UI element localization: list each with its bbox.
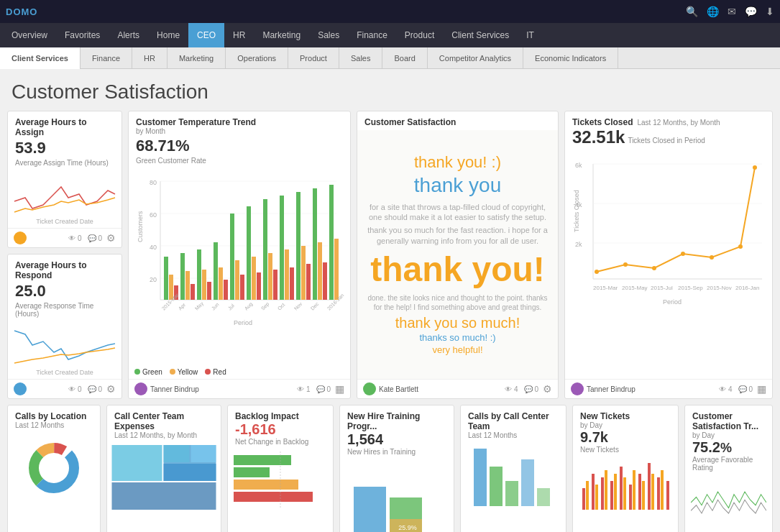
wc-word-sm-orange: very helpful!	[364, 344, 551, 357]
value-label: Green Customer Rate	[136, 157, 343, 165]
wc-word-sm-blue: thanks so much! :)	[364, 332, 551, 344]
nav-marketing[interactable]: Marketing	[254, 23, 309, 47]
nav-ceo[interactable]: CEO	[188, 23, 224, 47]
nav-alerts[interactable]: Alerts	[109, 23, 148, 47]
eye-icon: 👁 4	[505, 385, 518, 393]
svg-rect-109	[614, 474, 617, 510]
svg-rect-33	[285, 249, 289, 300]
svg-rect-37	[306, 264, 311, 300]
download-icon[interactable]: ⬇	[766, 6, 774, 17]
svg-rect-23	[230, 214, 234, 300]
avatar	[363, 382, 376, 395]
card-csat-trend: Customer Satisfaction Tr... by Day 75.2 …	[684, 405, 773, 532]
value-suffix: %	[175, 137, 190, 155]
nav-hr[interactable]: HR	[224, 23, 254, 47]
search-icon[interactable]: 🔍	[686, 6, 698, 17]
comment-icon: 💬 0	[738, 385, 753, 393]
card-header: Tickets Closed Last 12 Months, by Month …	[565, 111, 772, 150]
legend: Green Yellow Red	[129, 365, 350, 379]
gear-icon[interactable]: ⚙	[106, 232, 116, 244]
chat-icon[interactable]: 💬	[745, 6, 757, 17]
eye-icon: 👁 1	[297, 385, 310, 393]
subnav-economic[interactable]: Economic Indicators	[523, 47, 618, 69]
card-header: Average Hours to Respond 25.0 Average Re…	[8, 254, 121, 321]
card-title: New Hire Training Progr...	[347, 411, 446, 431]
subnav-competitor[interactable]: Competitor Analytics	[428, 47, 523, 69]
card-title: Calls by Location	[15, 411, 93, 421]
comment-icon: 💬 0	[316, 385, 331, 393]
bar-chart-svg	[234, 451, 327, 509]
svg-text:2016-Jan: 2016-Jan	[735, 285, 759, 291]
card-avg-hours-respond: Average Hours to Respond 25.0 Average Re…	[7, 254, 122, 399]
svg-rect-87	[164, 464, 216, 481]
svg-rect-11	[164, 257, 168, 300]
svg-rect-14	[180, 253, 185, 300]
mail-icon[interactable]: ✉	[728, 6, 736, 17]
subnav-operations[interactable]: Operations	[226, 47, 288, 69]
card-value: 25.0	[15, 282, 114, 301]
svg-rect-21	[219, 267, 223, 300]
nav-finance[interactable]: Finance	[348, 23, 396, 47]
card-customer-satisfaction: Customer Satisfaction thank you! :) than…	[357, 111, 559, 399]
subnav-finance[interactable]: Finance	[81, 47, 132, 69]
line-chart-area: 6k 4k 2k Tickets Closed	[565, 150, 772, 379]
nav-overview[interactable]: Overview	[3, 23, 56, 47]
card-backlog-impact: Backlog Impact -1,616 Net Change in Back…	[227, 405, 334, 532]
svg-rect-101	[537, 488, 550, 506]
row-1: Average Hours to Assign 53.9 Average Ass…	[7, 111, 773, 399]
svg-text:Apr: Apr	[178, 302, 188, 312]
subnav-product[interactable]: Product	[288, 47, 339, 69]
line-chart-svg	[14, 173, 116, 216]
svg-text:60: 60	[150, 211, 157, 219]
subnav-hr[interactable]: HR	[132, 47, 168, 69]
comment-icon: 💬 0	[524, 385, 538, 393]
subnav-marketing[interactable]: Marketing	[168, 47, 226, 69]
subnav-board[interactable]: Board	[382, 47, 427, 69]
svg-rect-116	[648, 463, 651, 510]
subnav-client-services[interactable]: Client Services	[0, 47, 81, 69]
grid-icon[interactable]: ▦	[757, 383, 766, 395]
line-chart-area	[685, 474, 772, 532]
page-title: Customer Satisfaction	[0, 69, 780, 111]
nav-it[interactable]: IT	[518, 23, 543, 47]
value-label: New Tickets	[580, 446, 671, 454]
svg-rect-97	[474, 449, 487, 506]
wc-word-medium: thank you so much!	[364, 313, 551, 332]
wc-word-2: thank you	[364, 173, 551, 198]
title-row: Tickets Closed Last 12 Months, by Month	[572, 117, 765, 127]
author-name: Tanner Bindrup	[587, 385, 636, 393]
gear-icon[interactable]: ⚙	[106, 383, 116, 395]
svg-text:Customers: Customers	[137, 211, 144, 242]
subnav-sales[interactable]: Sales	[339, 47, 383, 69]
bar-chart-svg: 25.9%	[346, 480, 448, 532]
logo: DOMO	[6, 6, 37, 17]
nav-home[interactable]: Home	[148, 23, 188, 47]
svg-text:Aug: Aug	[244, 301, 254, 312]
card-value: 68.71	[136, 137, 175, 155]
gear-icon[interactable]: ⚙	[543, 383, 552, 395]
sub-nav: Client Services Finance HR Marketing Ope…	[0, 47, 780, 69]
wc-word-huge: thank you!	[364, 247, 551, 292]
card-avg-hours-assign: Average Hours to Assign 53.9 Average Ass…	[7, 111, 122, 248]
nav-product[interactable]: Product	[396, 23, 443, 47]
grid-icon[interactable]: ▦	[335, 383, 344, 395]
nav-sales[interactable]: Sales	[309, 23, 348, 47]
globe-icon[interactable]: 🌐	[707, 6, 719, 17]
nav-client-services[interactable]: Client Services	[443, 23, 518, 47]
svg-rect-29	[263, 199, 267, 300]
nav-favorites[interactable]: Favorites	[56, 23, 109, 47]
svg-rect-16	[191, 284, 195, 300]
dashboard: Average Hours to Assign 53.9 Average Ass…	[0, 111, 780, 532]
wc-word-1: thank you! :)	[364, 152, 551, 173]
svg-text:2015-Nov: 2015-Nov	[707, 285, 732, 291]
wc-small-text-1: for a site that throws a tap-filled clou…	[364, 202, 551, 223]
svg-rect-102	[582, 488, 585, 510]
eye-icon: 👁 0	[68, 385, 81, 393]
svg-point-65	[623, 262, 628, 267]
svg-point-66	[652, 266, 656, 270]
svg-text:20: 20	[150, 276, 157, 283]
svg-rect-114	[638, 474, 641, 510]
svg-text:Jun: Jun	[211, 302, 220, 311]
svg-rect-22	[224, 280, 228, 300]
svg-rect-105	[595, 485, 598, 510]
